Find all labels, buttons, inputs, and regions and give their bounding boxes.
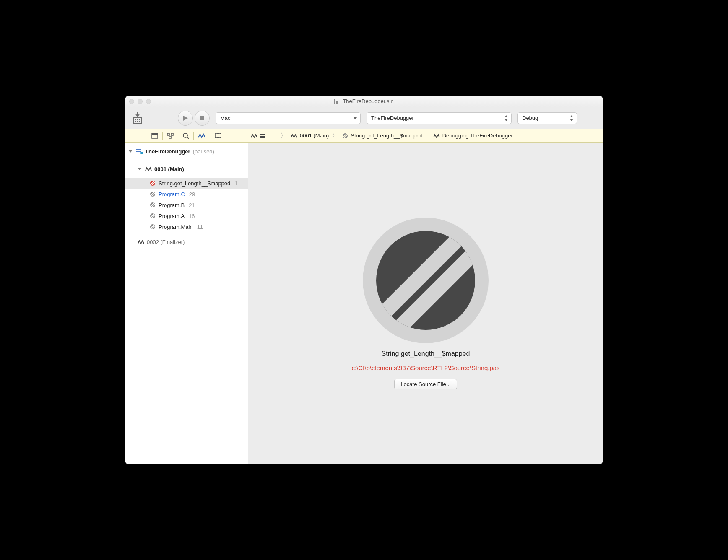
svg-point-14 [183, 133, 187, 137]
process-icon [136, 148, 143, 155]
crumb-thread[interactable]: T… 〉 [251, 132, 287, 140]
svg-point-26 [140, 152, 143, 154]
frame-1-name: Program.C [159, 191, 185, 197]
crumb-0-label: T… [268, 132, 277, 139]
frame-2-line: 21 [189, 202, 195, 208]
frame-3-name: Program.A [159, 213, 185, 219]
svg-rect-3 [139, 119, 140, 120]
chevron-right-icon: 〉 [331, 132, 339, 140]
frame-stop-icon [149, 180, 156, 187]
svg-rect-11 [167, 133, 169, 135]
target-select-value: Mac [220, 115, 231, 121]
frame-icon [149, 213, 156, 219]
stack-frame[interactable]: Program.C 29 [125, 189, 248, 200]
frame-1-line: 29 [189, 191, 195, 197]
view-search-icon[interactable] [178, 129, 193, 142]
tabstrip: T… 〉 0001 (Main) 〉 String.get_Length__$m… [125, 129, 603, 143]
frame-4-line: 11 [197, 224, 203, 230]
svg-rect-23 [136, 149, 141, 150]
missing-source-path: c:\CI\b\elements\937\Source\RTL2\Source\… [351, 364, 499, 371]
thread-icon [138, 239, 144, 245]
stack-frame[interactable]: Program.Main 11 [125, 221, 248, 232]
disclosure-icon [128, 150, 133, 153]
no-source-icon [363, 218, 489, 343]
svg-rect-24 [136, 151, 141, 152]
frame-2-name: Program.B [159, 202, 185, 208]
chevron-right-icon: 〉 [280, 132, 287, 140]
svg-rect-10 [152, 133, 158, 135]
svg-rect-4 [135, 121, 136, 122]
crumb-thread-main[interactable]: 0001 (Main) 〉 [291, 132, 339, 140]
thread-1-label: 0001 (Main) [154, 166, 184, 172]
svg-rect-2 [137, 119, 138, 120]
stack-frame[interactable]: String.get_Length__$mapped 1 [125, 178, 248, 189]
stop-button[interactable] [195, 111, 210, 126]
sidebar-view-switcher [125, 129, 248, 142]
svg-rect-5 [137, 121, 138, 122]
stack-frame[interactable]: Program.A 16 [125, 210, 248, 221]
document-icon [334, 99, 340, 104]
svg-rect-8 [200, 116, 204, 120]
source-missing-pane: String.get_Length__$mapped c:\CI\b\eleme… [248, 143, 603, 464]
crumb-2-label: String.get_Length__$mapped [351, 132, 422, 139]
missing-symbol-name: String.get_Length__$mapped [382, 350, 470, 358]
thread-2-label: 0002 (Finalizer) [147, 239, 185, 245]
toolbar: Mac TheFireDebugger Debug [125, 107, 603, 129]
updown-icon [569, 115, 574, 122]
thread-icon [145, 166, 152, 172]
crumb-status-label: Debugging TheFireDebugger [442, 132, 513, 139]
tree-process[interactable]: TheFireDebugger (paused) [125, 146, 248, 157]
disclosure-icon [138, 168, 142, 170]
separator [428, 132, 428, 140]
svg-rect-19 [260, 137, 265, 138]
svg-rect-6 [139, 121, 140, 122]
project-select[interactable]: TheFireDebugger [367, 112, 512, 124]
tree-thread-2[interactable]: 0002 (Finalizer) [125, 236, 248, 247]
play-button[interactable] [178, 111, 193, 126]
config-select-value: Debug [522, 115, 538, 121]
svg-rect-17 [260, 134, 265, 135]
run-controls [178, 111, 210, 126]
frame-0-name: String.get_Length__$mapped [159, 180, 230, 187]
frame-3-line: 16 [189, 213, 195, 219]
body: TheFireDebugger (paused) 0001 (Main) Str… [125, 143, 603, 464]
stack-frame[interactable]: Program.B 21 [125, 200, 248, 210]
frame-4-name: Program.Main [159, 224, 193, 230]
tree-process-state: (paused) [193, 148, 214, 155]
view-hierarchy-icon[interactable] [163, 129, 178, 142]
frame-icon [149, 223, 156, 230]
frame-icon [149, 202, 156, 208]
locate-source-button[interactable]: Locate Source File... [394, 379, 457, 389]
view-debug-icon[interactable] [194, 129, 210, 142]
config-select[interactable]: Debug [517, 112, 577, 124]
tree-process-name: TheFireDebugger [145, 148, 190, 155]
crumb-1-label: 0001 (Main) [300, 132, 329, 139]
svg-rect-12 [171, 133, 173, 135]
target-select[interactable]: Mac [216, 112, 361, 124]
updown-icon [504, 115, 509, 122]
frame-0-line: 1 [234, 180, 237, 187]
view-docs-icon[interactable] [210, 129, 226, 142]
svg-line-15 [187, 137, 189, 139]
window-title: TheFireDebugger.sln [125, 98, 603, 104]
breadcrumb: T… 〉 0001 (Main) 〉 String.get_Length__$m… [248, 129, 603, 142]
callstack-sidebar: TheFireDebugger (paused) 0001 (Main) Str… [125, 143, 248, 464]
svg-rect-1 [135, 119, 136, 120]
svg-marker-7 [183, 116, 188, 121]
crumb-status: Debugging TheFireDebugger [433, 132, 513, 139]
svg-rect-13 [169, 136, 171, 138]
build-button[interactable] [130, 111, 145, 126]
chevron-down-icon [353, 115, 358, 122]
view-panel-icon[interactable] [147, 129, 162, 142]
titlebar: TheFireDebugger.sln [125, 96, 603, 107]
app-window: TheFireDebugger.sln [125, 96, 603, 464]
project-select-value: TheFireDebugger [371, 115, 414, 121]
tree-thread-1[interactable]: 0001 (Main) [125, 163, 248, 174]
svg-rect-18 [260, 136, 265, 137]
window-title-text: TheFireDebugger.sln [343, 98, 393, 104]
crumb-frame[interactable]: String.get_Length__$mapped [342, 132, 422, 139]
frame-icon [149, 191, 156, 197]
